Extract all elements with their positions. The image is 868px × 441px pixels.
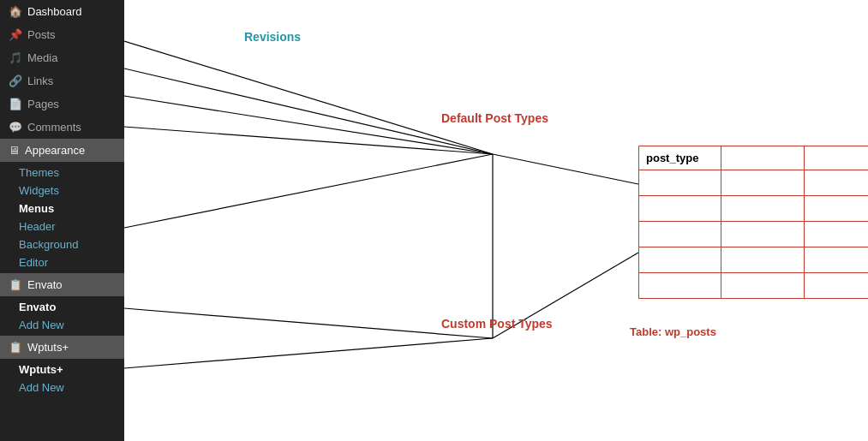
sidebar-item-links[interactable]: 🔗 Links [0,69,124,92]
table-cell [639,222,721,247]
table-row [639,170,869,196]
sidebar-section-appearance[interactable]: 🖥 Appearance [0,139,124,162]
sidebar-item-pages[interactable]: 📄 Pages [0,92,124,116]
custom-post-types-label: Custom Post Types [441,317,553,331]
table-row [639,247,869,273]
table-cell [721,196,804,222]
sidebar-section-envato[interactable]: 📋 Envato [0,273,124,296]
wptuts-icon: 📋 [9,341,22,354]
sidebar-item-label: Pages [27,98,59,110]
table-cell [639,196,721,222]
table-cell [804,247,868,273]
envato-submenu: Envato Add New [0,296,124,336]
sidebar-item-media[interactable]: 🎵 Media [0,46,124,69]
sidebar-item-comments[interactable]: 💬 Comments [0,116,124,139]
svg-line-0 [124,41,493,154]
table-cell [639,170,721,196]
appearance-icon: 🖥 [9,144,20,157]
table-cell [639,247,721,273]
submenu-background[interactable]: Background [0,235,124,253]
table-cell [804,196,868,222]
table-cell [721,247,804,273]
pages-icon: 📄 [9,98,22,110]
table-cell [804,170,868,196]
sidebar-section-label: Envato [27,278,62,291]
envato-icon: 📋 [9,278,22,291]
submenu-envato-add[interactable]: Add New [0,316,124,334]
comments-icon: 💬 [9,121,22,134]
wptuts-submenu: Wptuts+ Add New [0,359,124,398]
svg-line-7 [493,154,638,184]
sidebar-item-posts[interactable]: 📌 Posts [0,23,124,46]
dashboard-icon: 🏠 [9,5,22,18]
revisions-label: Revisions [244,30,301,44]
posts-icon: 📌 [9,28,22,41]
table-row [639,196,869,222]
table-header-row: post_type [639,146,869,170]
wp-posts-table: post_type [638,146,868,299]
sidebar-section-label: Appearance [25,144,85,157]
table-name-label: Table: wp_posts [630,325,716,338]
sidebar-item-label: Links [27,74,53,87]
table-header-col3 [804,146,868,170]
submenu-widgets[interactable]: Widgets [0,182,124,200]
sidebar-section-wptuts[interactable]: 📋 Wptuts+ [0,336,124,359]
main-content: Revisions Default Post Types Custom Post… [124,0,868,441]
svg-line-3 [124,127,493,154]
svg-line-4 [124,154,493,228]
sidebar-item-label: Comments [27,121,81,134]
submenu-wptuts-label[interactable]: Wptuts+ [0,361,124,378]
svg-line-5 [124,308,493,338]
table-cell [639,273,721,299]
svg-line-2 [124,96,493,154]
table-cell [804,222,868,247]
sidebar-item-label: Dashboard [27,5,82,18]
table-header-post-type: post_type [639,146,721,170]
submenu-editor[interactable]: Editor [0,253,124,271]
table-cell [721,273,804,299]
links-icon: 🔗 [9,74,22,87]
submenu-wptuts-add[interactable]: Add New [0,378,124,396]
svg-line-6 [124,338,493,368]
submenu-menus[interactable]: Menus [0,200,124,218]
media-icon: 🎵 [9,51,22,64]
sidebar-section-label: Wptuts+ [27,341,69,354]
table-header-col2 [721,146,804,170]
table-row [639,222,869,247]
table-row [639,273,869,299]
sidebar: 🏠 Dashboard 📌 Posts 🎵 Media 🔗 Links 📄 Pa… [0,0,124,441]
default-post-types-label: Default Post Types [441,111,548,125]
sidebar-item-label: Posts [27,28,56,41]
sidebar-item-dashboard[interactable]: 🏠 Dashboard [0,0,124,23]
submenu-themes[interactable]: Themes [0,164,124,182]
table-cell [721,170,804,196]
table-cell [721,222,804,247]
sidebar-item-label: Media [27,51,57,64]
table-cell [804,273,868,299]
submenu-envato-label[interactable]: Envato [0,298,124,316]
appearance-submenu: Themes Widgets Menus Header Background E… [0,162,124,273]
svg-line-1 [124,69,493,154]
submenu-header[interactable]: Header [0,218,124,235]
